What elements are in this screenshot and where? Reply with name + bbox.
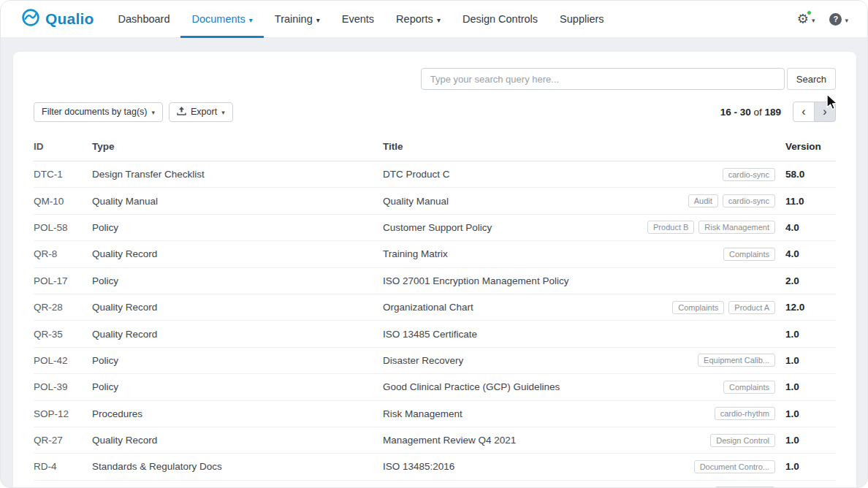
- table-row[interactable]: POL-39 Policy Good Clinical Practice (GC…: [34, 374, 836, 400]
- doc-id: SOP-12: [34, 408, 92, 419]
- doc-version: 1.0: [785, 408, 836, 419]
- nav-item-reports[interactable]: Reports ▾: [385, 1, 452, 38]
- help-icon[interactable]: ?: [829, 13, 842, 26]
- search-button[interactable]: Search: [787, 68, 836, 90]
- doc-title: Training Matrix: [383, 248, 723, 259]
- export-button[interactable]: Export ▾: [169, 102, 233, 122]
- doc-title-cell: Risk Management cardio-rhythm: [383, 407, 785, 420]
- doc-version: 1.0: [785, 329, 836, 340]
- doc-tags: Equipment Calib...: [698, 354, 775, 367]
- doc-type: Quality Record: [92, 248, 383, 259]
- table-row[interactable]: SOP-12 Procedures Risk Management cardio…: [34, 401, 836, 427]
- search-bar: Search: [34, 68, 836, 90]
- table-row[interactable]: SQF-1 Supplier Qualification Form TestRa…: [34, 481, 836, 488]
- table-row[interactable]: QR-27 Quality Record Management Review Q…: [34, 427, 836, 454]
- nav-item-suppliers[interactable]: Suppliers: [549, 1, 614, 38]
- doc-title: DTC Product C: [383, 169, 723, 180]
- navbar-right: ⚙ ▾ ? ▾: [797, 12, 848, 26]
- table-row[interactable]: QM-10 Quality Manual Quality Manual Audi…: [34, 188, 836, 214]
- help-menu[interactable]: ? ▾: [829, 13, 848, 26]
- app-window: Qualio Dashboard Documents ▾ Training ▾ …: [0, 0, 868, 488]
- doc-type: Quality Record: [92, 435, 383, 446]
- table-row[interactable]: POL-17 Policy ISO 27001 Encryption Manag…: [34, 268, 836, 294]
- header-id: ID: [34, 141, 92, 152]
- notification-dot: [807, 10, 812, 15]
- chevron-down-icon: ▾: [152, 109, 156, 116]
- doc-id: QR-27: [34, 435, 92, 446]
- nav-item-documents[interactable]: Documents ▾: [180, 1, 263, 38]
- doc-version: 1.0: [785, 355, 836, 366]
- doc-title: ISO 27001 Encryption Management Policy: [383, 275, 775, 286]
- tag-pill: cardio-rhythm: [715, 407, 775, 420]
- nav-item-label: Suppliers: [560, 13, 604, 25]
- tag-pill: cardio-sync: [723, 168, 775, 181]
- doc-title: Good Clinical Practice (GCP) Guidelines: [383, 381, 723, 392]
- nav-items: Dashboard Documents ▾ Training ▾ Events …: [107, 1, 615, 38]
- chevron-down-icon: ▾: [249, 16, 253, 24]
- table-row[interactable]: QR-8 Quality Record Training Matrix Comp…: [34, 241, 836, 267]
- nav-item-label: Training: [275, 13, 313, 25]
- doc-title: ISO 13485:2016: [383, 461, 694, 472]
- doc-id: QR-28: [34, 302, 92, 313]
- settings-menu[interactable]: ⚙ ▾: [797, 12, 815, 26]
- doc-type: Policy: [92, 222, 383, 233]
- doc-tags: Document Contro...: [694, 460, 775, 473]
- tag-pill: cardio-sync: [723, 194, 775, 207]
- gear-icon[interactable]: ⚙: [797, 12, 809, 26]
- doc-id: POL-39: [34, 381, 92, 392]
- previous-page-button[interactable]: ‹: [793, 102, 815, 122]
- doc-type: Quality Manual: [92, 196, 383, 207]
- doc-id: RD-4: [34, 461, 92, 472]
- pagination-of: of: [753, 107, 761, 118]
- table-row[interactable]: POL-58 Policy Customer Support Policy Pr…: [34, 215, 836, 241]
- tag-pill: Design Control: [710, 434, 775, 447]
- doc-type: Policy: [92, 275, 383, 286]
- nav-item-events[interactable]: Events: [331, 1, 385, 38]
- doc-version: 1.0: [785, 435, 836, 446]
- export-icon: [177, 107, 186, 118]
- nav-item-label: Events: [342, 13, 374, 25]
- table-header: ID Type Title Version: [34, 135, 836, 161]
- table-row[interactable]: RD-4 Standards & Regulatory Docs ISO 134…: [34, 454, 836, 480]
- doc-type: Procedures: [92, 408, 383, 419]
- table-row[interactable]: QR-28 Quality Record Organizational Char…: [34, 294, 836, 321]
- brand-name: Qualio: [45, 10, 94, 28]
- tag-pill: Product B: [647, 221, 694, 234]
- tag-pill: Complaints: [723, 381, 775, 394]
- tag-pill: Equipment Calib...: [698, 354, 775, 367]
- doc-title-cell: Training Matrix Complaints: [383, 248, 785, 261]
- tag-pill: Complaints: [723, 248, 775, 261]
- filter-by-tags-button[interactable]: Filter documents by tag(s) ▾: [34, 102, 163, 122]
- nav-item-training[interactable]: Training ▾: [264, 1, 331, 38]
- doc-title-cell: ISO 13485 Certificate: [383, 329, 785, 340]
- doc-id: POL-42: [34, 355, 92, 366]
- doc-title-cell: Customer Support Policy Product BRisk Ma…: [383, 221, 785, 234]
- pagination-range: 16 - 30: [720, 107, 751, 118]
- chevron-down-icon: ▾: [845, 17, 848, 24]
- table-row[interactable]: QR-35 Quality Record ISO 13485 Certifica…: [34, 321, 836, 347]
- tag-pill: Audit: [688, 194, 718, 207]
- export-label: Export: [191, 107, 217, 117]
- nav-item-dashboard[interactable]: Dashboard: [107, 1, 181, 38]
- doc-title-cell: Quality Manual Auditcardio-sync: [383, 194, 785, 207]
- next-page-button[interactable]: ›: [814, 102, 836, 122]
- nav-item-label: Reports: [396, 13, 433, 25]
- doc-title-cell: Organizational Chart ComplaintsProduct A: [383, 301, 785, 314]
- search-input[interactable]: [421, 68, 785, 90]
- doc-tags: ComplaintsProduct A: [672, 301, 775, 314]
- table-row[interactable]: POL-42 Policy Disaster Recovery Equipmen…: [34, 348, 836, 374]
- nav-item-design-controls[interactable]: Design Controls: [452, 1, 549, 38]
- doc-type: Design Transfer Checklist: [92, 169, 383, 180]
- tag-pill: Document Contro...: [694, 460, 775, 473]
- doc-title: Risk Management: [383, 408, 715, 419]
- doc-type: Quality Record: [92, 302, 383, 313]
- table-row[interactable]: DTC-1 Design Transfer Checklist DTC Prod…: [34, 161, 836, 188]
- doc-type: Quality Record: [92, 329, 383, 340]
- qualio-logo[interactable]: Qualio: [21, 8, 94, 30]
- nav-item-label: Dashboard: [118, 13, 170, 25]
- doc-version: 2.0: [785, 275, 836, 286]
- doc-version: 11.0: [785, 196, 836, 207]
- documents-table: ID Type Title Version DTC-1 Design Trans…: [34, 135, 836, 488]
- doc-type: Policy: [92, 381, 383, 392]
- top-navbar: Qualio Dashboard Documents ▾ Training ▾ …: [1, 1, 867, 38]
